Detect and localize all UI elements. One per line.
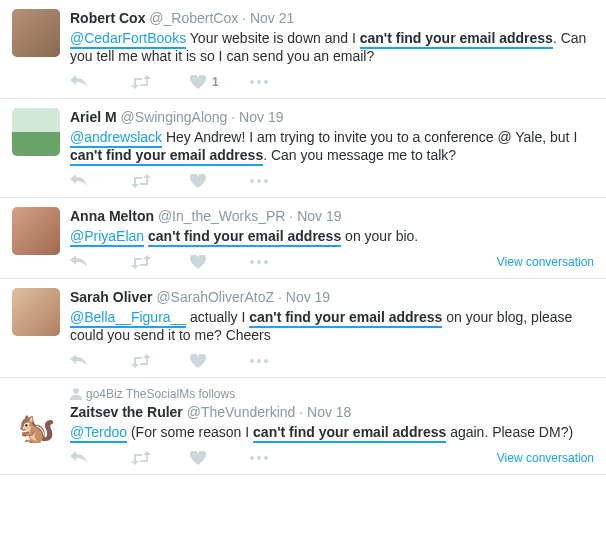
mention[interactable]: @Bella__Figura__ <box>70 309 186 328</box>
more-button[interactable] <box>250 260 290 264</box>
svg-point-8 <box>264 260 268 264</box>
more-button[interactable] <box>250 359 290 363</box>
avatar[interactable] <box>12 9 60 57</box>
reply-button[interactable] <box>70 75 130 89</box>
svg-point-7 <box>257 260 261 264</box>
avatar-emoji: 🐿️ <box>18 410 55 445</box>
heart-icon <box>190 354 206 368</box>
avatar-column <box>12 108 60 188</box>
avatar-column <box>12 288 60 368</box>
display-name[interactable]: Zaitsev the Ruler <box>70 404 183 420</box>
retweet-button[interactable] <box>130 451 190 465</box>
avatar[interactable] <box>12 288 60 336</box>
retweet-button[interactable] <box>130 174 190 188</box>
more-icon <box>250 456 268 460</box>
text-after: on your bio. <box>341 228 418 244</box>
like-button[interactable]: 1 <box>190 75 250 89</box>
user-handle[interactable]: @In_the_Works_PR <box>158 208 286 224</box>
tweet-date[interactable]: Nov 19 <box>286 289 330 305</box>
reply-button[interactable] <box>70 451 130 465</box>
avatar-column <box>12 9 60 89</box>
text-before: actually I <box>186 309 249 325</box>
tweet[interactable]: Robert Cox @_RobertCox · Nov 21 @CedarFo… <box>0 0 606 99</box>
avatar-column <box>12 207 60 269</box>
tweet-date[interactable]: Nov 21 <box>250 10 294 26</box>
heart-icon <box>190 255 206 269</box>
highlight-phrase: can't find your email address <box>253 424 446 443</box>
social-context: go4Biz TheSocialMs follows <box>70 387 594 401</box>
svg-point-3 <box>250 179 254 183</box>
retweet-button[interactable] <box>130 354 190 368</box>
user-handle[interactable]: @SwingingAlong <box>121 109 228 125</box>
display-name[interactable]: Sarah Oliver <box>70 289 153 305</box>
tweet-text: @CedarFortBooks Your website is down and… <box>70 29 594 65</box>
highlight-phrase: can't find your email address <box>148 228 341 247</box>
tweet[interactable]: go4Biz TheSocialMs follows 🐿️ Zaitsev th… <box>0 378 606 475</box>
reply-button[interactable] <box>70 174 130 188</box>
like-button[interactable] <box>190 255 250 269</box>
avatar[interactable] <box>12 108 60 156</box>
user-handle[interactable]: @_RobertCox <box>149 10 238 26</box>
text-before: Your website is down and I <box>186 30 360 46</box>
tweet-header: Ariel M @SwingingAlong · Nov 19 <box>70 108 594 126</box>
highlight-phrase: can't find your email address <box>70 147 263 166</box>
retweet-button[interactable] <box>130 75 190 89</box>
reply-icon <box>70 255 88 269</box>
tweet-header: Zaitsev the Ruler @TheVunderkind · Nov 1… <box>70 403 594 421</box>
separator: · <box>299 404 307 420</box>
separator: · <box>242 10 250 26</box>
tweet-actions <box>70 354 594 368</box>
tweet-content: Anna Melton @In_the_Works_PR · Nov 19 @P… <box>70 207 594 269</box>
tweet-date[interactable]: Nov 19 <box>239 109 283 125</box>
retweet-icon <box>130 174 152 188</box>
reply-icon <box>70 75 88 89</box>
like-button[interactable] <box>190 354 250 368</box>
mention[interactable]: @PriyaElan <box>70 228 144 247</box>
text-after: again. Please DM?) <box>446 424 573 440</box>
like-button[interactable] <box>190 451 250 465</box>
tweet[interactable]: Ariel M @SwingingAlong · Nov 19 @andrews… <box>0 99 606 198</box>
avatar[interactable]: 🐿️ <box>12 403 60 451</box>
svg-point-12 <box>250 456 254 460</box>
tweet[interactable]: Anna Melton @In_the_Works_PR · Nov 19 @P… <box>0 198 606 279</box>
avatar[interactable] <box>12 207 60 255</box>
highlight-phrase: can't find your email address <box>249 309 442 328</box>
more-icon <box>250 359 268 363</box>
more-button[interactable] <box>250 179 290 183</box>
svg-point-11 <box>264 359 268 363</box>
like-button[interactable] <box>190 174 250 188</box>
person-icon <box>70 388 82 400</box>
reply-button[interactable] <box>70 354 130 368</box>
text-after: . Can you message me to talk? <box>263 147 456 163</box>
tweet-header: Robert Cox @_RobertCox · Nov 21 <box>70 9 594 27</box>
mention[interactable]: @Terdoo <box>70 424 127 443</box>
svg-point-0 <box>250 80 254 84</box>
tweet-text: @Bella__Figura__ actually I can't find y… <box>70 308 594 344</box>
svg-point-13 <box>257 456 261 460</box>
user-handle[interactable]: @TheVunderkind <box>187 404 296 420</box>
display-name[interactable]: Anna Melton <box>70 208 154 224</box>
separator: · <box>278 289 286 305</box>
like-count: 1 <box>212 75 219 89</box>
retweet-icon <box>130 255 152 269</box>
more-button[interactable] <box>250 456 290 460</box>
user-handle[interactable]: @SarahOliverAtoZ <box>156 289 274 305</box>
more-button[interactable] <box>250 80 290 84</box>
svg-point-6 <box>250 260 254 264</box>
tweet-content: Zaitsev the Ruler @TheVunderkind · Nov 1… <box>70 403 594 465</box>
mention[interactable]: @andrewslack <box>70 129 162 148</box>
view-conversation-link[interactable]: View conversation <box>497 255 594 269</box>
tweet[interactable]: Sarah Oliver @SarahOliverAtoZ · Nov 19 @… <box>0 279 606 378</box>
tweet-date[interactable]: Nov 18 <box>307 404 351 420</box>
display-name[interactable]: Robert Cox <box>70 10 145 26</box>
more-icon <box>250 80 268 84</box>
view-conversation-link[interactable]: View conversation <box>497 451 594 465</box>
reply-button[interactable] <box>70 255 130 269</box>
retweet-button[interactable] <box>130 255 190 269</box>
tweet-text: @PriyaElan can't find your email address… <box>70 227 594 245</box>
mention[interactable]: @CedarFortBooks <box>70 30 186 49</box>
avatar-column: 🐿️ <box>12 403 60 465</box>
display-name[interactable]: Ariel M <box>70 109 117 125</box>
tweet-actions: View conversation <box>70 451 594 465</box>
tweet-date[interactable]: Nov 19 <box>297 208 341 224</box>
